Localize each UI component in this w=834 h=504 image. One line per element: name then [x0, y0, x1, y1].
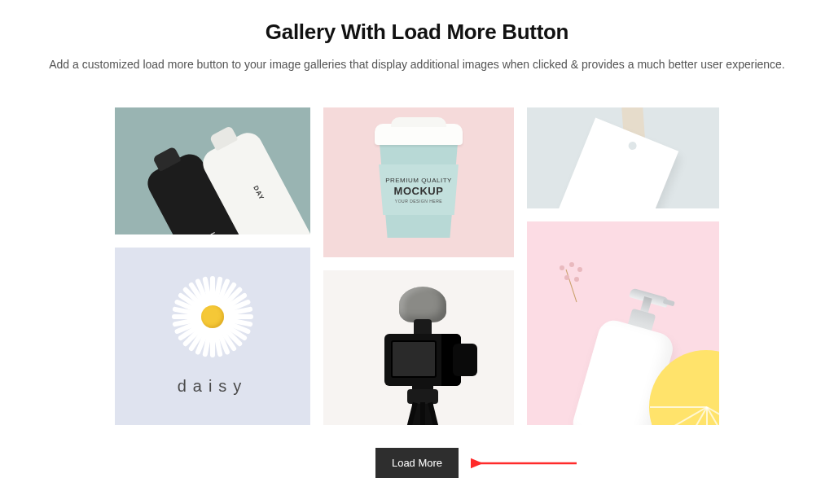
gallery-item-tag[interactable]	[527, 107, 719, 208]
page-title: Gallery With Load More Button	[49, 20, 785, 45]
image-gallery: IGHT DAY daisy P	[108, 107, 726, 425]
bottle-white-label: DAY	[252, 184, 266, 201]
annotation-arrow-icon	[471, 454, 585, 473]
bottle-black-label: IGHT	[208, 231, 224, 234]
gallery-item-camera[interactable]	[323, 270, 514, 425]
gallery-item-cup[interactable]: PREMIUM QUALITY MOCKUP YOUR DESIGN HERE	[323, 107, 514, 257]
flower-sprig-icon	[545, 261, 594, 301]
load-more-button[interactable]: Load More	[375, 448, 459, 478]
gallery-item-daisy[interactable]: daisy	[115, 248, 310, 425]
gallery-item-bottles[interactable]: IGHT DAY	[115, 107, 310, 234]
daisy-flower-icon	[164, 268, 261, 366]
daisy-caption: daisy	[178, 377, 248, 396]
cup-text-line2: MOCKUP	[394, 185, 444, 197]
gallery-item-soap[interactable]	[527, 221, 719, 425]
cup-text-line3: YOUR DESIGN HERE	[395, 199, 442, 204]
camera-icon	[362, 287, 476, 425]
price-tag-icon	[553, 117, 678, 208]
page-subtitle: Add a customized load more button to you…	[49, 56, 785, 73]
coffee-cup-icon: PREMIUM QUALITY MOCKUP YOUR DESIGN HERE	[370, 129, 467, 243]
cup-text-line1: PREMIUM QUALITY	[385, 177, 452, 184]
